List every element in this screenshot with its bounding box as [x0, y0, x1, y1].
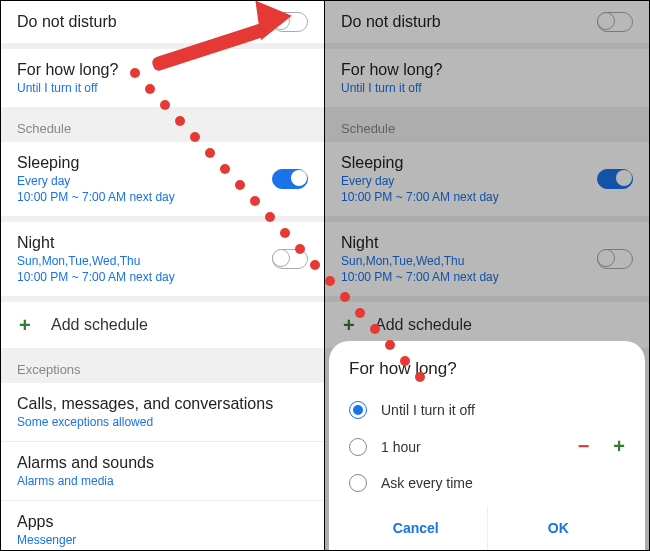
radio-icon — [349, 401, 367, 419]
annotation-dotted-line — [130, 68, 450, 388]
minus-icon[interactable]: − — [578, 435, 590, 458]
exception-sub: Alarms and media — [17, 474, 308, 488]
option-label: Until I turn it off — [381, 402, 475, 418]
plus-icon[interactable]: + — [613, 435, 625, 458]
radio-icon — [349, 438, 367, 456]
hour-stepper: − + — [578, 435, 625, 458]
exception-title: Calls, messages, and conversations — [17, 395, 308, 413]
option-ask-every-time[interactable]: Ask every time — [345, 466, 629, 500]
exception-sub: Some exceptions allowed — [17, 415, 308, 429]
option-label: 1 hour — [381, 439, 421, 455]
option-until-off[interactable]: Until I turn it off — [345, 393, 629, 427]
cancel-button[interactable]: Cancel — [345, 506, 487, 550]
option-label: Ask every time — [381, 475, 473, 491]
ok-button[interactable]: OK — [487, 506, 630, 550]
radio-icon — [349, 474, 367, 492]
exception-title: Apps — [17, 513, 308, 531]
option-1-hour[interactable]: 1 hour − + — [345, 427, 629, 466]
exception-title: Alarms and sounds — [17, 454, 308, 472]
plus-icon: + — [19, 314, 31, 337]
exception-row-apps[interactable]: Apps Messenger — [1, 500, 324, 550]
exception-sub: Messenger — [17, 533, 308, 547]
exception-row-calls[interactable]: Calls, messages, and conversations Some … — [1, 383, 324, 441]
exception-row-alarms[interactable]: Alarms and sounds Alarms and media — [1, 441, 324, 500]
